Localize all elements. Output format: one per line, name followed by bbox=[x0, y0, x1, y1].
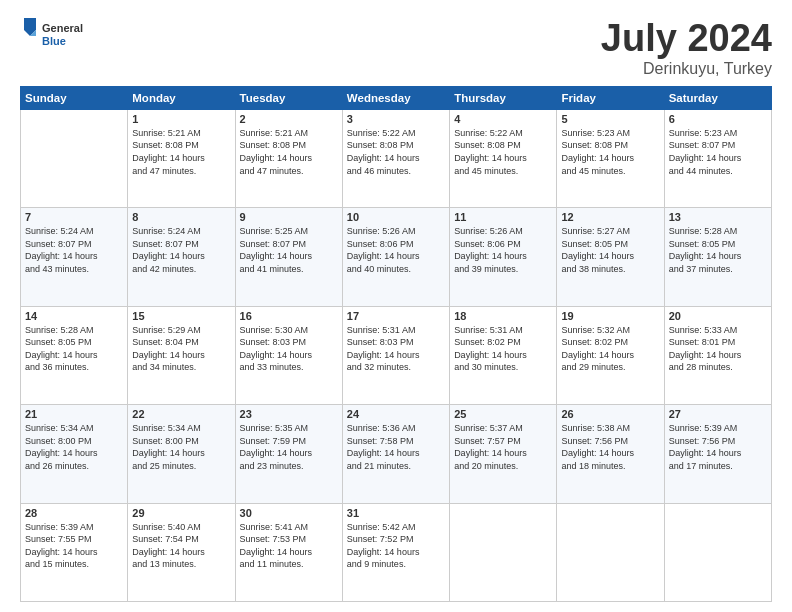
day-info: Sunrise: 5:26 AM Sunset: 8:06 PM Dayligh… bbox=[347, 225, 445, 275]
day-info: Sunrise: 5:41 AM Sunset: 7:53 PM Dayligh… bbox=[240, 521, 338, 571]
day-info: Sunrise: 5:34 AM Sunset: 8:00 PM Dayligh… bbox=[132, 422, 230, 472]
day-number: 25 bbox=[454, 408, 552, 420]
day-info: Sunrise: 5:31 AM Sunset: 8:02 PM Dayligh… bbox=[454, 324, 552, 374]
table-row: 20Sunrise: 5:33 AM Sunset: 8:01 PM Dayli… bbox=[664, 306, 771, 404]
table-row: 17Sunrise: 5:31 AM Sunset: 8:03 PM Dayli… bbox=[342, 306, 449, 404]
day-info: Sunrise: 5:29 AM Sunset: 8:04 PM Dayligh… bbox=[132, 324, 230, 374]
day-number: 17 bbox=[347, 310, 445, 322]
calendar-week-2: 7Sunrise: 5:24 AM Sunset: 8:07 PM Daylig… bbox=[21, 208, 772, 306]
day-info: Sunrise: 5:30 AM Sunset: 8:03 PM Dayligh… bbox=[240, 324, 338, 374]
day-number: 18 bbox=[454, 310, 552, 322]
table-row: 26Sunrise: 5:38 AM Sunset: 7:56 PM Dayli… bbox=[557, 405, 664, 503]
day-number: 2 bbox=[240, 113, 338, 125]
logo: General Blue bbox=[20, 18, 90, 56]
day-info: Sunrise: 5:39 AM Sunset: 7:55 PM Dayligh… bbox=[25, 521, 123, 571]
day-number: 26 bbox=[561, 408, 659, 420]
table-row: 27Sunrise: 5:39 AM Sunset: 7:56 PM Dayli… bbox=[664, 405, 771, 503]
day-info: Sunrise: 5:24 AM Sunset: 8:07 PM Dayligh… bbox=[132, 225, 230, 275]
table-row: 4Sunrise: 5:22 AM Sunset: 8:08 PM Daylig… bbox=[450, 109, 557, 207]
header: General Blue July 2024 Derinkuyu, Turkey bbox=[20, 18, 772, 78]
table-row bbox=[557, 503, 664, 601]
col-sunday: Sunday bbox=[21, 86, 128, 109]
day-number: 23 bbox=[240, 408, 338, 420]
day-info: Sunrise: 5:34 AM Sunset: 8:00 PM Dayligh… bbox=[25, 422, 123, 472]
day-number: 16 bbox=[240, 310, 338, 322]
svg-text:General: General bbox=[42, 22, 83, 34]
day-number: 24 bbox=[347, 408, 445, 420]
col-thursday: Thursday bbox=[450, 86, 557, 109]
table-row: 19Sunrise: 5:32 AM Sunset: 8:02 PM Dayli… bbox=[557, 306, 664, 404]
title-month: July 2024 bbox=[601, 18, 772, 60]
day-info: Sunrise: 5:21 AM Sunset: 8:08 PM Dayligh… bbox=[240, 127, 338, 177]
day-number: 21 bbox=[25, 408, 123, 420]
day-info: Sunrise: 5:37 AM Sunset: 7:57 PM Dayligh… bbox=[454, 422, 552, 472]
logo-svg: General Blue bbox=[20, 18, 90, 56]
day-info: Sunrise: 5:21 AM Sunset: 8:08 PM Dayligh… bbox=[132, 127, 230, 177]
day-number: 19 bbox=[561, 310, 659, 322]
table-row: 9Sunrise: 5:25 AM Sunset: 8:07 PM Daylig… bbox=[235, 208, 342, 306]
day-info: Sunrise: 5:24 AM Sunset: 8:07 PM Dayligh… bbox=[25, 225, 123, 275]
day-info: Sunrise: 5:22 AM Sunset: 8:08 PM Dayligh… bbox=[454, 127, 552, 177]
table-row: 2Sunrise: 5:21 AM Sunset: 8:08 PM Daylig… bbox=[235, 109, 342, 207]
day-number: 11 bbox=[454, 211, 552, 223]
day-info: Sunrise: 5:39 AM Sunset: 7:56 PM Dayligh… bbox=[669, 422, 767, 472]
day-number: 15 bbox=[132, 310, 230, 322]
page: General Blue July 2024 Derinkuyu, Turkey… bbox=[0, 0, 792, 612]
day-number: 10 bbox=[347, 211, 445, 223]
day-number: 20 bbox=[669, 310, 767, 322]
day-info: Sunrise: 5:27 AM Sunset: 8:05 PM Dayligh… bbox=[561, 225, 659, 275]
day-info: Sunrise: 5:35 AM Sunset: 7:59 PM Dayligh… bbox=[240, 422, 338, 472]
table-row bbox=[450, 503, 557, 601]
day-number: 8 bbox=[132, 211, 230, 223]
table-row: 6Sunrise: 5:23 AM Sunset: 8:07 PM Daylig… bbox=[664, 109, 771, 207]
day-number: 22 bbox=[132, 408, 230, 420]
day-number: 29 bbox=[132, 507, 230, 519]
header-row: Sunday Monday Tuesday Wednesday Thursday… bbox=[21, 86, 772, 109]
day-number: 28 bbox=[25, 507, 123, 519]
day-number: 9 bbox=[240, 211, 338, 223]
day-number: 30 bbox=[240, 507, 338, 519]
day-number: 1 bbox=[132, 113, 230, 125]
table-row: 28Sunrise: 5:39 AM Sunset: 7:55 PM Dayli… bbox=[21, 503, 128, 601]
col-friday: Friday bbox=[557, 86, 664, 109]
col-monday: Monday bbox=[128, 86, 235, 109]
col-saturday: Saturday bbox=[664, 86, 771, 109]
table-row: 21Sunrise: 5:34 AM Sunset: 8:00 PM Dayli… bbox=[21, 405, 128, 503]
day-number: 31 bbox=[347, 507, 445, 519]
calendar-week-4: 21Sunrise: 5:34 AM Sunset: 8:00 PM Dayli… bbox=[21, 405, 772, 503]
col-tuesday: Tuesday bbox=[235, 86, 342, 109]
table-row: 14Sunrise: 5:28 AM Sunset: 8:05 PM Dayli… bbox=[21, 306, 128, 404]
day-info: Sunrise: 5:40 AM Sunset: 7:54 PM Dayligh… bbox=[132, 521, 230, 571]
day-info: Sunrise: 5:31 AM Sunset: 8:03 PM Dayligh… bbox=[347, 324, 445, 374]
table-row bbox=[21, 109, 128, 207]
table-row: 25Sunrise: 5:37 AM Sunset: 7:57 PM Dayli… bbox=[450, 405, 557, 503]
table-row: 15Sunrise: 5:29 AM Sunset: 8:04 PM Dayli… bbox=[128, 306, 235, 404]
table-row: 7Sunrise: 5:24 AM Sunset: 8:07 PM Daylig… bbox=[21, 208, 128, 306]
day-info: Sunrise: 5:22 AM Sunset: 8:08 PM Dayligh… bbox=[347, 127, 445, 177]
day-number: 13 bbox=[669, 211, 767, 223]
svg-text:Blue: Blue bbox=[42, 35, 66, 47]
calendar-table: Sunday Monday Tuesday Wednesday Thursday… bbox=[20, 86, 772, 602]
day-number: 5 bbox=[561, 113, 659, 125]
calendar-week-1: 1Sunrise: 5:21 AM Sunset: 8:08 PM Daylig… bbox=[21, 109, 772, 207]
day-info: Sunrise: 5:28 AM Sunset: 8:05 PM Dayligh… bbox=[669, 225, 767, 275]
col-wednesday: Wednesday bbox=[342, 86, 449, 109]
day-info: Sunrise: 5:23 AM Sunset: 8:08 PM Dayligh… bbox=[561, 127, 659, 177]
day-number: 6 bbox=[669, 113, 767, 125]
table-row: 29Sunrise: 5:40 AM Sunset: 7:54 PM Dayli… bbox=[128, 503, 235, 601]
day-info: Sunrise: 5:26 AM Sunset: 8:06 PM Dayligh… bbox=[454, 225, 552, 275]
table-row: 10Sunrise: 5:26 AM Sunset: 8:06 PM Dayli… bbox=[342, 208, 449, 306]
day-number: 27 bbox=[669, 408, 767, 420]
calendar-week-3: 14Sunrise: 5:28 AM Sunset: 8:05 PM Dayli… bbox=[21, 306, 772, 404]
table-row: 1Sunrise: 5:21 AM Sunset: 8:08 PM Daylig… bbox=[128, 109, 235, 207]
day-info: Sunrise: 5:23 AM Sunset: 8:07 PM Dayligh… bbox=[669, 127, 767, 177]
day-info: Sunrise: 5:25 AM Sunset: 8:07 PM Dayligh… bbox=[240, 225, 338, 275]
table-row bbox=[664, 503, 771, 601]
day-number: 12 bbox=[561, 211, 659, 223]
table-row: 24Sunrise: 5:36 AM Sunset: 7:58 PM Dayli… bbox=[342, 405, 449, 503]
table-row: 12Sunrise: 5:27 AM Sunset: 8:05 PM Dayli… bbox=[557, 208, 664, 306]
table-row: 5Sunrise: 5:23 AM Sunset: 8:08 PM Daylig… bbox=[557, 109, 664, 207]
title-location: Derinkuyu, Turkey bbox=[601, 60, 772, 78]
table-row: 11Sunrise: 5:26 AM Sunset: 8:06 PM Dayli… bbox=[450, 208, 557, 306]
table-row: 31Sunrise: 5:42 AM Sunset: 7:52 PM Dayli… bbox=[342, 503, 449, 601]
